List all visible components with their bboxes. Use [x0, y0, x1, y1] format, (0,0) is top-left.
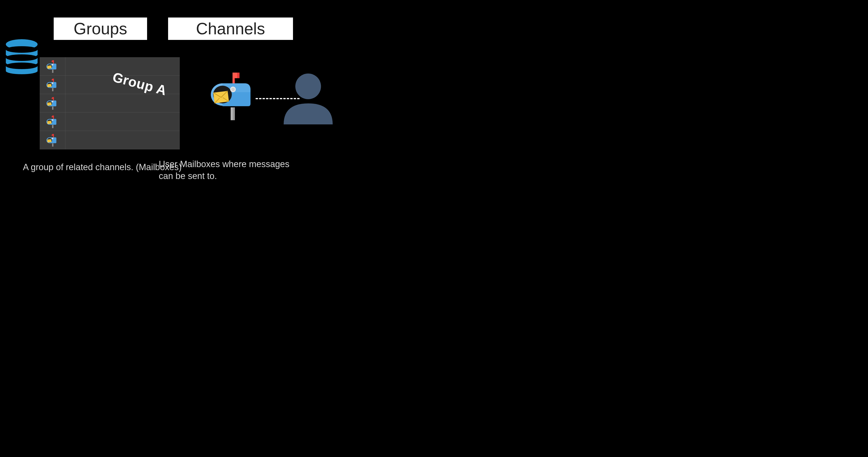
groups-description: A group of related channels. (Mailboxes) [23, 162, 182, 172]
svg-rect-16 [52, 88, 54, 91]
table-row [40, 131, 180, 150]
mailbox-icon [40, 57, 65, 75]
table-row [40, 112, 180, 131]
svg-point-6 [6, 54, 38, 61]
svg-rect-10 [52, 70, 54, 73]
svg-point-47 [295, 73, 321, 99]
group-table: Group A [40, 57, 180, 150]
user-icon [279, 70, 337, 124]
mailbox-icon [210, 71, 254, 120]
mailbox-icon [40, 94, 65, 112]
svg-rect-28 [52, 125, 54, 128]
svg-point-46 [231, 88, 235, 91]
svg-point-15 [52, 64, 53, 66]
mailbox-icon [40, 112, 65, 131]
svg-rect-34 [52, 143, 54, 146]
svg-point-9 [6, 63, 38, 69]
svg-point-21 [52, 83, 53, 84]
channels-description: User Mailboxes where messages can be sen… [159, 158, 299, 182]
svg-point-27 [52, 101, 53, 102]
groups-title: Groups [54, 18, 147, 40]
table-row [40, 57, 180, 76]
database-icon [4, 38, 39, 78]
mailbox-icon [40, 76, 65, 94]
svg-point-3 [6, 46, 38, 53]
channels-title: Channels [168, 18, 293, 40]
svg-point-39 [52, 138, 53, 139]
svg-rect-41 [231, 107, 233, 120]
mailbox-icon [40, 131, 65, 149]
svg-point-33 [52, 119, 53, 121]
svg-rect-22 [52, 106, 54, 110]
